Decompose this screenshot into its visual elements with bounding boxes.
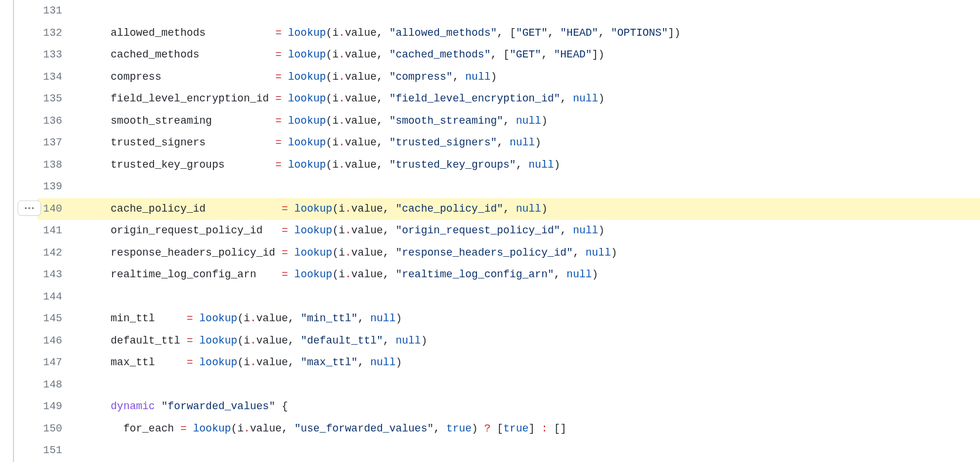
line-actions-button[interactable]	[18, 200, 41, 216]
code-row[interactable]: 149 dynamic "forwarded_values" {	[38, 396, 980, 418]
line-number[interactable]: 137	[38, 132, 73, 151]
code-content: field_level_encryption_id = lookup(i.val…	[73, 88, 980, 107]
code-content: dynamic "forwarded_values" {	[73, 396, 980, 414]
code-content: for_each = lookup(i.value, "use_forwarde…	[73, 418, 980, 437]
code-row[interactable]: 144	[38, 286, 980, 308]
code-content: cache_policy_id = lookup(i.value, "cache…	[73, 198, 980, 217]
code-content	[73, 286, 980, 289]
code-content: cached_methods = lookup(i.value, "cached…	[73, 44, 980, 63]
code-row[interactable]: 139	[38, 176, 980, 198]
code-row[interactable]: 133 cached_methods = lookup(i.value, "ca…	[38, 44, 980, 66]
code-row[interactable]: 145 min_ttl = lookup(i.value, "min_ttl",…	[38, 308, 980, 330]
line-number[interactable]: 143	[38, 264, 73, 283]
line-number[interactable]: 146	[38, 330, 73, 349]
code-row[interactable]: 132 allowed_methods = lookup(i.value, "a…	[38, 22, 980, 45]
code-row[interactable]: 141 origin_request_policy_id = lookup(i.…	[38, 220, 980, 242]
code-content	[73, 374, 980, 377]
line-number[interactable]: 140	[38, 198, 73, 217]
line-number[interactable]: 148	[38, 374, 73, 393]
code-row[interactable]: 148	[38, 374, 980, 396]
code-content: realtime_log_config_arn = lookup(i.value…	[73, 264, 980, 283]
line-number[interactable]: 142	[38, 242, 73, 261]
line-number[interactable]: 145	[38, 308, 73, 327]
code-row[interactable]: 143 realtime_log_config_arn = lookup(i.v…	[38, 264, 980, 286]
line-number[interactable]: 144	[38, 286, 73, 305]
svg-point-0	[25, 207, 26, 209]
line-number[interactable]: 151	[38, 440, 73, 458]
line-number[interactable]: 138	[38, 154, 73, 173]
line-number[interactable]: 150	[38, 418, 73, 437]
svg-point-1	[28, 207, 30, 209]
code-content: smooth_streaming = lookup(i.value, "smoo…	[73, 110, 980, 129]
code-row[interactable]: 135 field_level_encryption_id = lookup(i…	[38, 88, 980, 110]
line-number[interactable]: 132	[38, 22, 73, 41]
code-row[interactable]: 131	[38, 0, 980, 22]
line-number[interactable]: 133	[38, 44, 73, 63]
line-number[interactable]: 141	[38, 220, 73, 239]
code-content: allowed_methods = lookup(i.value, "allow…	[73, 22, 980, 41]
code-content: trusted_key_groups = lookup(i.value, "tr…	[73, 154, 980, 173]
code-content: max_ttl = lookup(i.value, "max_ttl", nul…	[73, 352, 980, 370]
code-viewer: 131132 allowed_methods = lookup(i.value,…	[13, 0, 980, 462]
code-row[interactable]: 138 trusted_key_groups = lookup(i.value,…	[38, 154, 980, 176]
code-content	[73, 0, 980, 3]
code-content: min_ttl = lookup(i.value, "min_ttl", nul…	[73, 308, 980, 327]
line-number[interactable]: 147	[38, 352, 73, 370]
line-number[interactable]: 134	[38, 66, 73, 85]
line-number[interactable]: 131	[38, 0, 73, 19]
code-row[interactable]: 151	[38, 440, 980, 462]
line-number[interactable]: 139	[38, 176, 73, 195]
line-number[interactable]: 149	[38, 396, 73, 414]
code-row[interactable]: 146 default_ttl = lookup(i.value, "defau…	[38, 330, 980, 352]
line-number[interactable]: 135	[38, 88, 73, 107]
svg-point-2	[32, 207, 33, 209]
code-content: compress = lookup(i.value, "compress", n…	[73, 66, 980, 85]
line-number[interactable]: 136	[38, 110, 73, 129]
code-row[interactable]: 140 cache_policy_id = lookup(i.value, "c…	[38, 198, 980, 220]
code-row[interactable]: 136 smooth_streaming = lookup(i.value, "…	[38, 110, 980, 132]
code-content	[73, 440, 980, 443]
code-row[interactable]: 150 for_each = lookup(i.value, "use_forw…	[38, 418, 980, 440]
code-content: trusted_signers = lookup(i.value, "trust…	[73, 132, 980, 151]
code-row[interactable]: 142 response_headers_policy_id = lookup(…	[38, 242, 980, 264]
code-content: origin_request_policy_id = lookup(i.valu…	[73, 220, 980, 239]
code-content: default_ttl = lookup(i.value, "default_t…	[73, 330, 980, 349]
code-content: response_headers_policy_id = lookup(i.va…	[73, 242, 980, 261]
code-row[interactable]: 134 compress = lookup(i.value, "compress…	[38, 66, 980, 89]
code-row[interactable]: 137 trusted_signers = lookup(i.value, "t…	[38, 132, 980, 154]
code-row[interactable]: 147 max_ttl = lookup(i.value, "max_ttl",…	[38, 352, 980, 374]
code-content	[73, 176, 980, 179]
